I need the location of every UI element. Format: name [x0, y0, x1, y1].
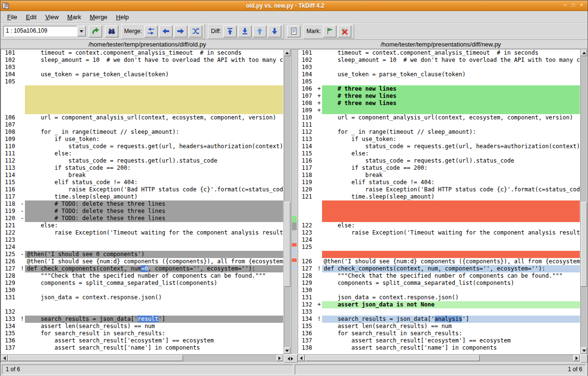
code-line: 120 raise Exception('Bad HTTP status cod…	[298, 186, 580, 193]
find-button[interactable]	[105, 25, 118, 37]
menu-item-mark[interactable]: Mark	[63, 12, 85, 22]
code-line: 137 assert search_result['name'] in comp…	[1, 344, 283, 352]
line-number	[298, 200, 322, 208]
line-text: assert search_result['ecosystem'] == eco…	[322, 337, 580, 344]
line-number: 128	[1, 272, 25, 280]
previous-diff-button[interactable]	[253, 25, 266, 37]
right-diff-status: 1 of 6	[295, 364, 586, 375]
scrollbar-thumb[interactable]	[305, 355, 480, 361]
line-number: 105	[1, 78, 25, 85]
line-text: for search_result in search_results:	[322, 330, 580, 337]
last-diff-button[interactable]	[238, 25, 252, 37]
code-line: 102 sleep_amount = 10 # we don't have to…	[1, 57, 283, 64]
line-number: 129	[1, 280, 25, 287]
last-diff-icon	[241, 27, 249, 35]
line-number: 114	[1, 172, 25, 179]
code-line: 111 else:	[1, 150, 283, 157]
scrollbar-corner	[580, 354, 588, 363]
code-line: 105	[298, 78, 580, 85]
line-text: break	[322, 172, 580, 179]
pane-sync-grip[interactable]	[284, 354, 298, 363]
code-line	[1, 93, 283, 100]
combo-dropdown-button[interactable]	[77, 26, 86, 36]
right-text-pane[interactable]: 101 timeout = context.component_analysis…	[298, 49, 581, 354]
line-number: 122	[298, 222, 322, 229]
rediff-button[interactable]	[89, 25, 102, 37]
close-button[interactable]: ×	[577, 2, 586, 9]
clear-mark-button[interactable]	[338, 25, 351, 37]
diff-selector-combo[interactable]: 1 : 105a106,109	[3, 26, 86, 36]
scrollbar-thumb[interactable]	[581, 202, 587, 287]
left-vertical-scrollbar[interactable]	[284, 49, 291, 354]
menu-item-file[interactable]: File	[3, 12, 21, 22]
menu-item-edit[interactable]: Edit	[22, 12, 40, 22]
arrow-left-icon	[3, 356, 6, 360]
right-file-path: /home/tester/temp/presentations/diff/new…	[294, 40, 588, 48]
arrow-right-icon	[576, 356, 578, 360]
line-text: json_data = context.response.json()	[322, 294, 580, 301]
code-line: 127!def check_components(context, num, c…	[298, 265, 580, 272]
diff-summary-button[interactable]	[287, 25, 300, 37]
scrollbar-thumb[interactable]	[284, 202, 290, 287]
right-vertical-scrollbar[interactable]	[580, 49, 588, 354]
scroll-left-button[interactable]	[1, 355, 8, 361]
minimize-button[interactable]: ─	[561, 2, 569, 9]
diff-map[interactable]	[291, 49, 298, 354]
menu-item-help[interactable]: Help	[112, 12, 133, 22]
scroll-up-button[interactable]	[284, 49, 290, 56]
menu-item-view[interactable]: View	[41, 12, 62, 22]
code-line: 110 status_code = requests.get(url, head…	[1, 143, 283, 150]
line-text: @then('I should see {num:d} components (…	[322, 258, 580, 265]
code-line: 109 if use_token:	[1, 136, 283, 143]
scroll-left-button[interactable]	[298, 355, 305, 361]
merge-right-button[interactable]	[174, 25, 187, 37]
scroll-right-button[interactable]	[573, 355, 580, 361]
right-horizontal-scrollbar[interactable]	[298, 354, 581, 363]
line-text: assert json_data is not None	[322, 301, 580, 308]
set-mark-button[interactable]	[323, 25, 336, 37]
line-number: 106	[1, 114, 25, 121]
menu-item-merge[interactable]: Merge	[86, 12, 111, 22]
arrow-right-icon	[278, 356, 281, 360]
scroll-up-button[interactable]	[581, 49, 587, 56]
diff-map-segment	[292, 223, 297, 230]
code-line: 122 raise Exception('Timeout waiting for…	[1, 229, 283, 236]
inline-diff-highlight: result	[138, 316, 158, 322]
next-diff-icon	[271, 27, 278, 35]
line-number	[1, 301, 25, 308]
next-diff-button[interactable]	[268, 25, 281, 37]
merge-left-button[interactable]	[159, 25, 173, 37]
first-diff-button[interactable]	[223, 25, 237, 37]
left-text-pane[interactable]: 101 timeout = context.component_analysis…	[0, 49, 284, 354]
code-line: 106+ # three new lines	[298, 85, 580, 93]
diff-marker: !	[317, 265, 321, 272]
line-number: 112	[1, 157, 25, 164]
scrollbar-thumb[interactable]	[8, 355, 183, 361]
line-text: def check_components(context, num, compo…	[322, 265, 580, 272]
line-number: 130	[298, 287, 322, 294]
scroll-down-button[interactable]	[284, 347, 290, 354]
diff-marker: !	[317, 316, 321, 323]
line-text: break	[25, 172, 283, 179]
line-number: 127!	[1, 265, 25, 272]
merge-swap-button[interactable]	[189, 25, 202, 37]
line-text	[25, 121, 283, 129]
line-number: 113	[1, 164, 25, 172]
diff-marker: +	[317, 93, 321, 100]
line-text	[322, 251, 580, 258]
scroll-down-button[interactable]	[581, 347, 587, 354]
line-text: else:	[25, 150, 283, 157]
maximize-button[interactable]: □	[569, 2, 577, 9]
arrow-left-icon	[288, 357, 290, 361]
line-number: 133!	[1, 316, 25, 323]
scroll-right-button[interactable]	[277, 355, 283, 361]
line-text: for search_result in search_results:	[25, 330, 283, 337]
line-text: if status_code == 200:	[25, 164, 283, 172]
line-text: time.sleep(sleep_amount)	[322, 193, 580, 200]
code-line: 115 elif status_code != 404:	[1, 179, 283, 186]
left-horizontal-scrollbar[interactable]	[0, 354, 284, 363]
line-number: 133	[298, 308, 322, 316]
line-text	[25, 107, 283, 114]
line-text	[25, 244, 283, 251]
merge-both-button[interactable]	[144, 25, 158, 37]
